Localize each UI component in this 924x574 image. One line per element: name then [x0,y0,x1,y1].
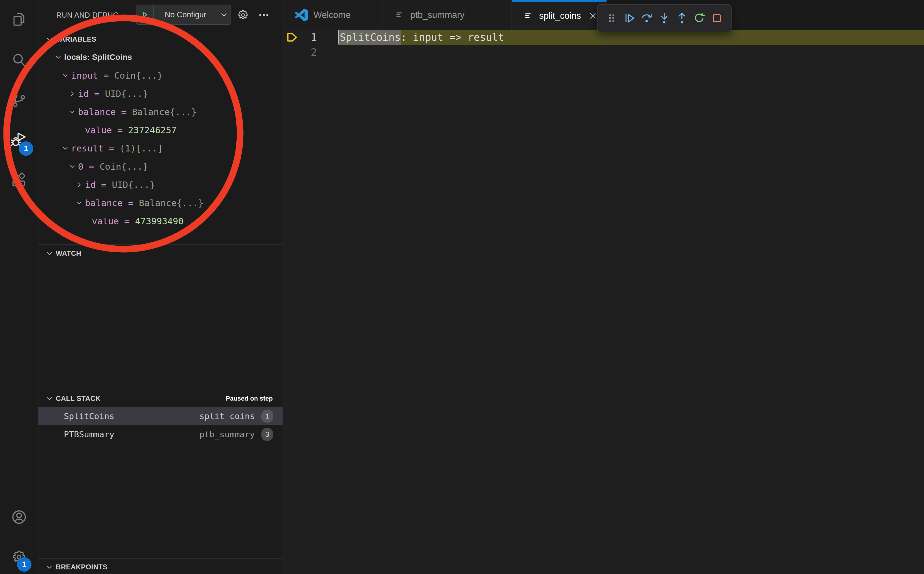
step-out-button[interactable] [675,9,688,27]
step-out-icon [676,12,688,24]
equals-sign: = [98,70,114,80]
variable-value: UID{...} [112,180,155,190]
step-into-button[interactable] [658,9,671,27]
equals-sign: = [116,107,132,117]
start-debugging-play-icon[interactable] [136,5,154,24]
chevron-right-icon[interactable] [73,181,85,188]
code-area[interactable]: 1 SplitCoins: input => result 2 [283,30,924,574]
variable-row[interactable]: value = 237246257 [38,121,283,139]
activity-item-account[interactable] [0,503,38,531]
tree-indent-guide [63,210,63,228]
variable-name: input [71,70,98,80]
chevron-down-icon[interactable] [60,72,71,79]
line-number: 2 [283,45,317,60]
call-stack-list: SplitCoinssplit_coins1PTBSummaryptb_summ… [38,407,283,443]
variable-value: 473993490 [135,216,183,226]
vscode-window: 11 RUN AND DEBUG No Configur VARIABLES l… [0,0,924,574]
frame-name: SplitCoins [64,411,199,421]
equals-sign: = [112,125,128,135]
variable-value: Coin{...} [114,70,163,80]
breakpoints-section-label: BREAKPOINTS [56,563,107,571]
empty-line[interactable] [338,45,924,60]
tab-label: Welcome [313,10,351,20]
call-stack-section-header[interactable]: CALL STACK Paused on step [38,392,283,405]
activity-item-run-and-debug[interactable]: 1 [0,125,38,154]
list-file-icon [395,10,405,20]
variable-value: Balance{...} [139,198,204,208]
tab-Welcome[interactable]: Welcome [283,0,383,30]
launch-configuration-dropdown[interactable]: No Configur [136,5,231,25]
debug-toolbar [597,4,732,32]
continue-icon [623,12,635,24]
activity-item-explorer[interactable] [0,5,38,34]
variable-name: locals: SplitCoins [64,53,132,62]
equals-sign: = [89,88,105,99]
section-divider [38,389,283,390]
equals-sign: = [123,198,139,208]
text-cursor [338,30,339,44]
watch-section-label: WATCH [56,249,81,257]
sidebar-title: RUN AND DEBUG [56,0,119,30]
breakpoints-section-header[interactable]: BREAKPOINTS [38,560,283,574]
configure-gear-icon[interactable] [235,0,252,30]
variable-name: balance [85,198,123,208]
code-text: SplitCoins: input => result [340,30,504,45]
files-icon [11,11,27,27]
code-line: 2 [283,45,924,60]
variable-value: UID{...} [105,88,148,99]
grip-icon [606,12,618,24]
equals-sign: = [96,180,112,190]
variable-row[interactable]: locals: SplitCoins [38,48,283,66]
section-divider [38,244,283,245]
chevron-down-icon [217,11,231,19]
activity-bar: 11 [0,0,38,574]
variable-row[interactable]: result = (1)[...] [38,139,283,157]
stop-button[interactable] [710,9,724,27]
variable-name: result [71,143,104,153]
variable-row[interactable]: id = UID{...} [38,175,283,194]
variable-name: value [85,125,112,135]
search-icon [11,52,27,68]
chevron-down-icon [43,563,56,571]
activity-badge: 1 [17,557,31,572]
chevron-down-icon [43,395,56,402]
activity-item-source-control[interactable] [0,86,38,115]
chevron-down-icon [43,250,56,257]
tab-ptb_summary[interactable]: ptb_summary [383,0,512,30]
chevron-right-icon[interactable] [66,90,78,97]
equals-sign: = [83,161,100,172]
activity-item-settings[interactable]: 1 [0,543,38,572]
continue-button[interactable] [623,9,636,27]
variable-row[interactable]: value = 473993490 [38,212,283,230]
drag-handle-button[interactable] [605,9,618,27]
variable-row[interactable]: balance = Balance{...} [38,102,283,121]
variable-row[interactable]: balance = Balance{...} [38,194,283,212]
step-over-button[interactable] [640,9,653,27]
call-stack-frame[interactable]: SplitCoinssplit_coins1 [38,407,283,425]
variables-section-header[interactable]: VARIABLES [38,32,283,46]
variables-section-label: VARIABLES [56,35,96,43]
watch-section-header[interactable]: WATCH [38,246,283,260]
close-icon[interactable] [589,10,597,22]
chevron-down-icon[interactable] [60,145,71,152]
chevron-down-icon[interactable] [66,163,78,170]
variable-value: Balance{...} [132,107,197,117]
call-stack-frame[interactable]: PTBSummaryptb_summary3 [38,425,283,443]
variable-row[interactable]: id = UID{...} [38,84,283,102]
tab-split_coins[interactable]: split_coins [512,0,607,30]
variable-value: 237246257 [128,125,176,135]
chevron-down-icon[interactable] [53,54,64,61]
step-into-icon [658,12,670,24]
variable-value: Coin{...} [100,161,148,172]
variable-row[interactable]: 0 = Coin{...} [38,157,283,175]
activity-item-extensions[interactable] [0,166,38,195]
line-number: 1 [283,30,317,45]
variable-row[interactable]: input = Coin{...} [38,66,283,84]
restart-button[interactable] [693,9,706,27]
activity-item-search[interactable] [0,46,38,74]
sidebar-titlebar: RUN AND DEBUG No Configur [38,0,283,30]
more-actions-icon[interactable] [255,0,272,30]
frame-line-badge: 1 [261,410,273,423]
chevron-down-icon[interactable] [66,108,78,115]
chevron-down-icon[interactable] [73,199,85,207]
